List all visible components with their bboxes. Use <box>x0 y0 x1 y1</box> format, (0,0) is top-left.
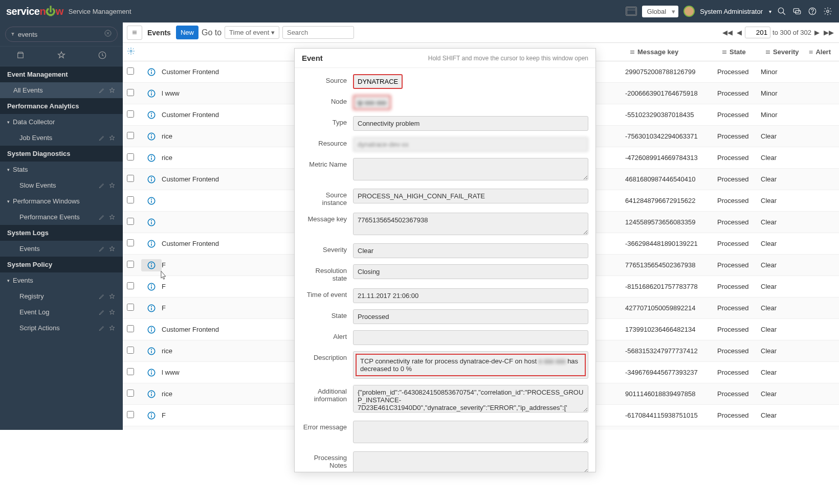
row-preview-icon[interactable] <box>141 282 162 291</box>
row-checkbox[interactable] <box>127 261 141 269</box>
star-icon[interactable] <box>108 214 116 221</box>
edit-icon[interactable] <box>98 325 105 332</box>
nav-item[interactable]: Events <box>0 241 123 257</box>
col-severity[interactable]: Severity <box>761 48 804 56</box>
row-preview-icon[interactable] <box>141 325 162 334</box>
row-preview-icon[interactable] <box>141 132 162 141</box>
col-label: Severity <box>773 48 799 56</box>
row-checkbox[interactable] <box>127 110 141 119</box>
star-icon[interactable] <box>108 245 116 253</box>
help-icon[interactable] <box>807 6 818 16</box>
field-value-metric <box>353 158 588 180</box>
row-checkbox[interactable] <box>127 304 141 312</box>
row-checkbox[interactable] <box>127 132 141 141</box>
search-icon[interactable] <box>777 6 787 16</box>
cell-state: Processed <box>717 218 761 226</box>
row-checkbox[interactable] <box>127 411 141 420</box>
page-first-icon[interactable]: ◀◀ <box>721 28 734 37</box>
list-menu-icon[interactable] <box>127 26 142 40</box>
nav-item-label: Job Events <box>19 134 98 142</box>
row-preview-icon[interactable] <box>141 368 162 377</box>
user-name[interactable]: System Administrator <box>700 8 763 15</box>
row-preview-icon[interactable] <box>141 390 162 399</box>
row-preview-icon[interactable] <box>141 196 162 205</box>
nav-section: Event Management <box>0 66 123 82</box>
row-preview-icon[interactable] <box>141 347 162 356</box>
row-preview-icon[interactable] <box>141 175 162 184</box>
row-checkbox[interactable] <box>127 218 141 226</box>
clear-icon[interactable] <box>104 29 112 39</box>
col-alert[interactable]: Alert <box>804 48 835 56</box>
nav-item[interactable]: Script Actions <box>0 320 123 336</box>
col-state[interactable]: State <box>717 48 761 56</box>
row-preview-icon[interactable] <box>141 411 162 420</box>
row-checkbox[interactable] <box>127 390 141 398</box>
nav-item[interactable]: All Events <box>0 82 123 98</box>
row-preview-icon[interactable] <box>141 67 162 77</box>
star-icon[interactable] <box>108 87 116 94</box>
personalize-list-icon[interactable] <box>127 47 141 57</box>
edit-icon[interactable] <box>98 309 105 316</box>
row-checkbox[interactable] <box>127 153 141 162</box>
nav-item[interactable]: Job Events <box>0 130 123 146</box>
star-icon[interactable] <box>108 293 116 300</box>
nav-history-icon[interactable] <box>82 47 123 66</box>
goto-search-input[interactable] <box>282 26 354 39</box>
chat-icon[interactable] <box>792 6 802 16</box>
svg-point-50 <box>151 199 152 199</box>
row-checkbox[interactable] <box>127 282 141 291</box>
nav-item[interactable]: Stats <box>0 162 123 177</box>
row-preview-icon[interactable] <box>141 110 162 120</box>
row-checkbox[interactable] <box>127 325 141 334</box>
app-scope-icon[interactable] <box>626 7 637 16</box>
nav-filter[interactable] <box>5 27 118 42</box>
star-icon[interactable] <box>108 325 116 332</box>
nav-item[interactable]: Data Collector <box>0 114 123 130</box>
edit-icon[interactable] <box>98 214 105 221</box>
row-checkbox[interactable] <box>127 67 141 76</box>
page-prev-icon[interactable]: ◀ <box>736 28 743 37</box>
row-preview-icon[interactable] <box>141 89 162 98</box>
page-current-input[interactable] <box>745 27 770 38</box>
page-next-icon[interactable]: ▶ <box>813 28 821 37</box>
goto-field-select[interactable]: Time of event ▾ <box>225 26 279 39</box>
row-checkbox[interactable] <box>127 175 141 184</box>
star-icon[interactable] <box>108 134 116 142</box>
nav-item[interactable]: Registry <box>0 288 123 304</box>
nav-all-apps-icon[interactable] <box>0 47 41 66</box>
cell-severity: Clear <box>761 154 804 162</box>
nav-item[interactable]: Slow Events <box>0 177 123 193</box>
nav-item[interactable]: Performance Events <box>0 209 123 225</box>
edit-icon[interactable] <box>98 182 105 189</box>
user-menu-caret[interactable]: ▾ <box>769 9 771 14</box>
nav-item[interactable]: Performance Windows <box>0 193 123 209</box>
row-checkbox[interactable] <box>127 239 141 248</box>
page-last-icon[interactable]: ▶▶ <box>823 28 835 37</box>
gear-icon[interactable] <box>823 6 833 16</box>
nav-filter-input[interactable] <box>18 31 104 38</box>
nav-item[interactable]: Events <box>0 272 123 288</box>
col-message-key[interactable]: Message key <box>625 48 717 56</box>
edit-icon[interactable] <box>98 134 105 142</box>
row-checkbox[interactable] <box>127 89 141 98</box>
update-set-select[interactable]: Global <box>642 6 679 17</box>
edit-icon[interactable] <box>98 87 105 94</box>
new-button[interactable]: New <box>176 26 198 39</box>
star-icon[interactable] <box>108 309 116 316</box>
avatar[interactable] <box>683 6 695 17</box>
nav-item[interactable]: Event Log <box>0 304 123 320</box>
row-preview-icon[interactable] <box>141 259 162 271</box>
edit-icon[interactable] <box>98 293 105 300</box>
row-preview-icon[interactable] <box>141 218 162 227</box>
star-icon[interactable] <box>108 182 116 189</box>
row-checkbox[interactable] <box>127 368 141 377</box>
row-checkbox[interactable] <box>127 347 141 355</box>
row-preview-icon[interactable] <box>141 239 162 248</box>
cell-state: Processed <box>717 154 761 162</box>
row-preview-icon[interactable] <box>141 153 162 163</box>
row-checkbox[interactable] <box>127 196 141 205</box>
cell-state: Processed <box>717 304 761 312</box>
row-preview-icon[interactable] <box>141 304 162 313</box>
edit-icon[interactable] <box>98 245 105 253</box>
nav-favorites-icon[interactable] <box>41 47 82 66</box>
